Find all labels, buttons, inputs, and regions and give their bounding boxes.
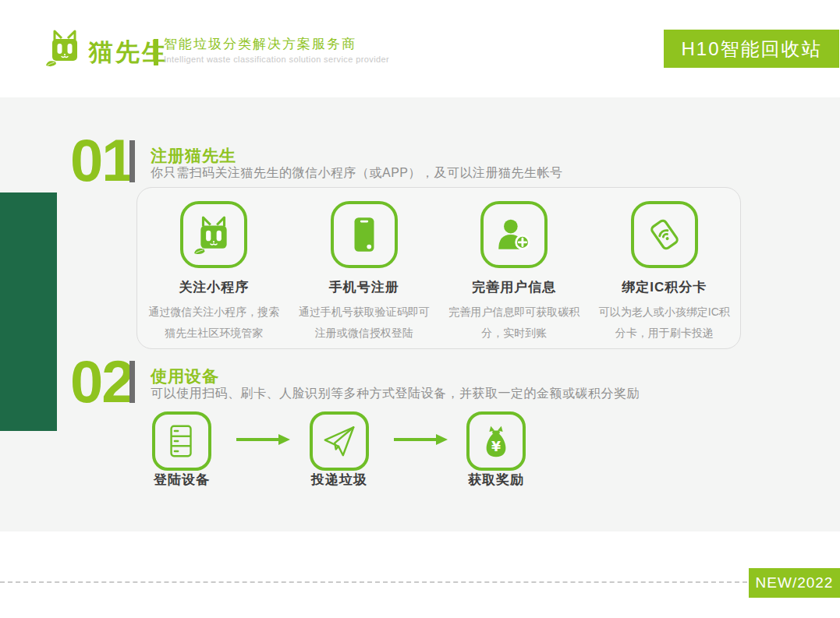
step-01-title: 注册猫先生 <box>151 145 236 167</box>
new-year-badge: NEW/2022 <box>749 568 840 598</box>
flow-step-label: 投递垃圾 <box>285 471 394 489</box>
card-title: 手机号注册 <box>329 278 399 296</box>
device-terminal-icon <box>152 411 211 471</box>
cat-logo-icon <box>45 26 84 69</box>
card-title: 绑定IC积分卡 <box>622 278 707 296</box>
card-title: 完善用户信息 <box>472 278 556 296</box>
tagline-chinese: 智能垃圾分类解决方案服务商 <box>164 35 356 53</box>
step-02-subtitle: 可以使用扫码、刷卡、人脸识别等多种方式登陆设备，并获取一定的金额或碳积分奖励 <box>151 386 640 402</box>
paper-plane-icon <box>310 411 369 471</box>
product-model-badge: H10智能回收站 <box>664 30 839 68</box>
card-complete-profile: 完善用户信息 完善用户信息即可获取碳积分，实时到账 <box>439 201 590 343</box>
card-bind-ic-card: 绑定IC积分卡 可以为老人或小孩绑定IC积分卡，用于刷卡投递 <box>590 201 740 343</box>
footer-dashed-line <box>0 581 747 583</box>
add-user-icon <box>480 201 548 268</box>
flow-step-label: 登陆设备 <box>127 471 236 489</box>
phone-icon <box>331 201 398 268</box>
register-cards-row: 关注小程序 通过微信关注小程序，搜索猫先生社区环境管家 手机号注册 通过手机号获… <box>139 201 739 343</box>
step-01-subtitle: 你只需扫码关注猫先生的微信小程序（或APP），及可以注册猫先生帐号 <box>151 165 563 182</box>
step-number-01: 01 <box>70 131 133 190</box>
card-title: 关注小程序 <box>179 278 249 296</box>
money-bag-icon: ¥ <box>466 411 526 471</box>
card-description: 通过手机号获取验证码即可注册或微信授权登陆 <box>297 302 431 343</box>
step-divider-bar <box>129 361 135 403</box>
cat-miniprogram-icon <box>180 201 247 268</box>
card-follow-miniprogram: 关注小程序 通过微信关注小程序，搜索猫先生社区环境管家 <box>139 201 289 343</box>
tagline-english: Intelligent waste classification solutio… <box>164 55 389 64</box>
step-number-02: 02 <box>70 352 133 411</box>
step-02-title: 使用设备 <box>151 366 219 387</box>
card-description: 通过微信关注小程序，搜索猫先生社区环境管家 <box>147 302 281 343</box>
step-divider-bar <box>129 140 135 182</box>
page: 猫先生 智能垃圾分类解决方案服务商 Intelligent waste clas… <box>0 0 840 618</box>
flow-step-label: 获取奖励 <box>441 471 551 489</box>
ic-card-wifi-icon <box>631 201 698 268</box>
card-description: 可以为老人或小孩绑定IC积分卡，用于刷卡投递 <box>597 302 732 343</box>
flow-arrow-icon <box>235 433 291 446</box>
svg-text:¥: ¥ <box>491 439 501 454</box>
card-description: 完善用户信息即可获取碳积分，实时到账 <box>447 302 581 343</box>
card-phone-register: 手机号注册 通过手机号获取验证码即可注册或微信授权登陆 <box>289 201 440 343</box>
logo-divider <box>154 39 158 65</box>
side-accent-block <box>0 192 57 431</box>
flow-arrow-icon <box>392 433 448 446</box>
